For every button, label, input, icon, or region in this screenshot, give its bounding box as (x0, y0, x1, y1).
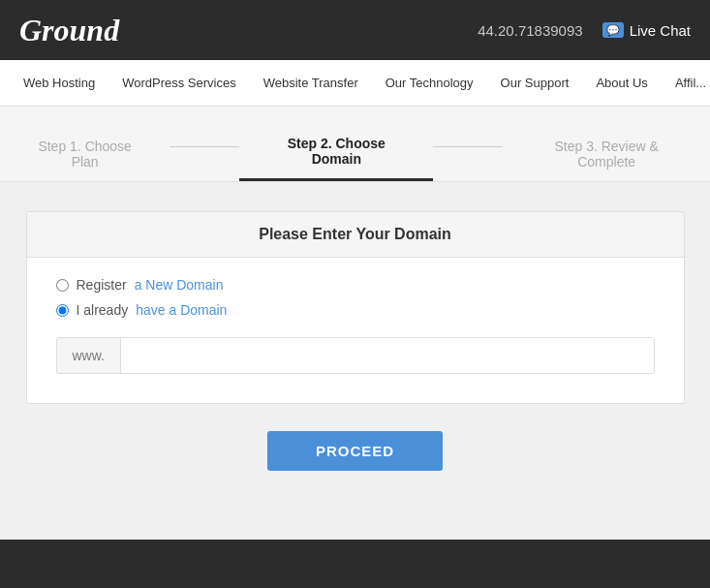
step-2[interactable]: Step 2. Choose Domain (239, 126, 433, 181)
step-3[interactable]: Step 3. Review & Complete (503, 129, 710, 181)
step-1-label: Step 1. Choose Plan (38, 139, 132, 170)
domain-card-header: Please Enter Your Domain (27, 212, 684, 258)
nav-item-wordpress[interactable]: WordPress Services (108, 60, 250, 106)
nav-item-our-support[interactable]: Our Support (487, 60, 583, 106)
chat-icon: 💬 (602, 22, 624, 38)
radio-new-domain[interactable] (56, 279, 69, 292)
stepper: Step 1. Choose Plan Step 2. Choose Domai… (0, 126, 710, 181)
domain-input[interactable] (121, 338, 654, 373)
already-text: I already (77, 302, 129, 318)
logo: Ground (19, 13, 119, 48)
radio-have-domain[interactable] (56, 304, 69, 317)
radio-have-domain-label[interactable]: I already have a Domain (56, 302, 655, 318)
domain-input-row: www. (56, 337, 655, 374)
domain-card: Please Enter Your Domain Register a New … (26, 211, 685, 404)
step-divider-2 (433, 146, 503, 147)
top-right: 44.20.71839093 💬 Live Chat (478, 22, 691, 39)
nav-item-about-us[interactable]: About Us (582, 60, 661, 106)
step-divider-1 (170, 146, 239, 147)
new-domain-link[interactable]: a New Domain (135, 277, 224, 293)
register-text: Register (77, 277, 127, 293)
live-chat-button[interactable]: 💬 Live Chat (602, 22, 691, 39)
nav-item-affil[interactable]: Affil... (662, 60, 710, 106)
have-domain-link[interactable]: have a Domain (136, 302, 227, 318)
proceed-area: PROCEED (19, 431, 691, 471)
stepper-area: Step 1. Choose Plan Step 2. Choose Domai… (0, 107, 710, 182)
proceed-button[interactable]: PROCEED (267, 431, 443, 471)
nav-item-our-technology[interactable]: Our Technology (372, 60, 487, 106)
step-1[interactable]: Step 1. Choose Plan (0, 129, 170, 181)
top-bar: Ground 44.20.71839093 💬 Live Chat (0, 0, 710, 60)
main-content: Please Enter Your Domain Register a New … (0, 182, 710, 570)
footer-bar (0, 540, 710, 588)
step-3-label: Step 3. Review & Complete (554, 139, 658, 170)
live-chat-label: Live Chat (630, 22, 691, 39)
nav-item-web-hosting[interactable]: Web Hosting (10, 60, 108, 106)
nav-item-website-transfer[interactable]: Website Transfer (250, 60, 372, 106)
step-2-label: Step 2. Choose Domain (288, 136, 386, 167)
phone-number: 44.20.71839093 (478, 22, 582, 39)
radio-new-domain-label[interactable]: Register a New Domain (56, 277, 655, 293)
domain-card-body: Register a New Domain I already have a D… (27, 258, 684, 403)
nav-bar: Web Hosting WordPress Services Website T… (0, 60, 710, 107)
www-prefix: www. (57, 338, 121, 373)
